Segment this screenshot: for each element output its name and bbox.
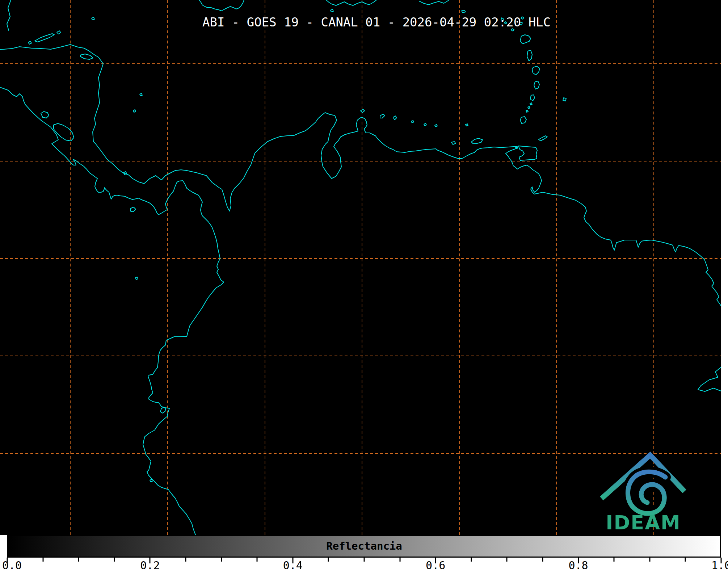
colorbar-tick-label: 1.0 (711, 560, 728, 571)
coastline (435, 125, 437, 127)
graticule-gridlines (0, 0, 721, 535)
coastline (28, 41, 31, 44)
coastline (135, 277, 138, 280)
coastline (419, 0, 449, 5)
coastline (160, 407, 166, 413)
coastline (0, 87, 224, 535)
colorbar-tick-label: 0.2 (140, 560, 160, 571)
coastline (199, 0, 244, 11)
coastline (520, 117, 526, 123)
coastline (150, 479, 152, 482)
coastline (530, 103, 532, 105)
coastline (92, 17, 94, 20)
coastline (411, 121, 414, 123)
colorbar-tick-label: 0.6 (426, 560, 445, 571)
coastline (80, 54, 93, 59)
coastline (520, 35, 531, 44)
coastline (57, 31, 61, 34)
coastline (698, 367, 721, 391)
coastline (563, 98, 566, 101)
coastline (361, 109, 365, 113)
coastline (130, 207, 136, 212)
coastline (0, 45, 721, 306)
logo-wordmark: IDEAM (606, 511, 681, 534)
coastline (534, 81, 539, 89)
coastline (527, 50, 532, 61)
colorbar-tick-labels: 0.00.20.40.60.81.0 (7, 560, 721, 571)
coastline (539, 136, 547, 141)
coastline (41, 112, 49, 118)
coastline (133, 110, 136, 112)
colorbar-tick-label: 0.0 (2, 560, 22, 571)
coastline (466, 124, 468, 126)
colorbar-tick-label: 0.8 (569, 560, 588, 571)
colorbar: Reflectancia (7, 535, 721, 558)
colorbar-tick-label: 0.4 (283, 560, 303, 571)
map-canvas: IDEAM (0, 0, 721, 535)
coastline (462, 10, 466, 13)
coastline (35, 34, 54, 42)
coastline (526, 110, 528, 112)
image-title: ABI - GOES 19 - CANAL 01 - 2026-04-29 02… (202, 16, 551, 28)
ideam-logo: IDEAM (603, 455, 683, 534)
satellite-image-figure: { "header": { "title": "ABI - GOES 19 - … (0, 0, 728, 571)
coastline (7, 0, 11, 30)
map-area: IDEAM ABI - GOES 19 - CANAL 01 - 2026-04… (0, 0, 721, 535)
coastline (518, 146, 537, 160)
coastline (532, 66, 540, 75)
coastline (393, 116, 397, 120)
coastline (451, 142, 456, 144)
coastline (326, 0, 376, 5)
coastline (528, 106, 530, 109)
coastline (530, 95, 535, 101)
coastlines (0, 0, 721, 535)
colorbar-label: Reflectancia (326, 539, 402, 552)
coastline (424, 123, 426, 126)
coastline (54, 123, 74, 141)
coastline (380, 114, 385, 118)
coastline (331, 9, 333, 12)
coastline (140, 93, 142, 96)
coastline (471, 138, 483, 144)
